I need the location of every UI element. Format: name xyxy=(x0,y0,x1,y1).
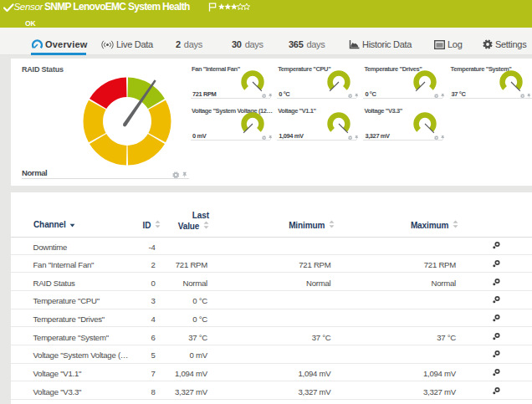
channel-id: 7 xyxy=(151,369,155,378)
channel-last-value: 0 °C xyxy=(192,296,207,305)
channel-minimum: 37 °C xyxy=(312,332,331,341)
mini-gauge xyxy=(411,110,439,138)
mini-gauge-card: Voltage "System Voltage (12…0 mV xyxy=(191,100,270,140)
channel-minimum: Normal xyxy=(306,278,330,287)
pin-icon[interactable] xyxy=(182,171,187,178)
tab-log[interactable]: Log xyxy=(434,31,462,58)
mini-gauge-card: Fan "Internal Fan"721 RPM xyxy=(191,59,270,98)
channel-id: 5 xyxy=(151,350,155,360)
mini-card-divider xyxy=(191,140,270,141)
col-header-id[interactable]: ID xyxy=(143,220,161,230)
object-kind-label: Sensor xyxy=(14,2,43,12)
mini-card-divider xyxy=(450,98,532,99)
mini-gauge-value: 1,094 mV xyxy=(279,132,303,140)
channel-maximum: Normal xyxy=(432,278,456,287)
channel-maximum: 721 RPM xyxy=(424,260,456,269)
tab-30-days-number: 30 xyxy=(232,39,242,49)
col-header-minimum[interactable]: Minimum xyxy=(289,220,335,230)
channel-name: Voltage "V3.3" xyxy=(33,386,82,396)
mini-card-divider xyxy=(363,140,442,141)
channel-row[interactable]: Voltage "V1.1"71,094 mV1,094 mV1,094 mV xyxy=(11,364,532,382)
channel-name: RAID Status xyxy=(33,278,75,287)
channel-row[interactable]: RAID Status0NormalNormalNormal xyxy=(11,273,532,291)
channel-settings-icon[interactable] xyxy=(491,238,501,253)
sort-icon[interactable] xyxy=(203,221,209,229)
raid-status-value: Normal xyxy=(22,168,47,177)
mini-gauge-value: 0 °C xyxy=(365,90,376,98)
col-header-maximum[interactable]: Maximum xyxy=(411,220,458,230)
channel-row[interactable]: Voltage "System Voltage (…50 mV xyxy=(11,345,532,364)
tab-live-data[interactable]: Live Data xyxy=(101,31,153,58)
channel-id: 0 xyxy=(151,278,155,287)
col-header-minimum-label: Minimum xyxy=(289,221,325,230)
channels-table-panel: Channel ID Last Value Minimum Maximum Do… xyxy=(11,192,532,404)
sort-icon[interactable] xyxy=(155,220,161,228)
channel-maximum: 3,327 mV xyxy=(423,386,456,396)
channel-minimum: 3,327 mV xyxy=(298,386,330,396)
col-header-value-line: Value xyxy=(178,221,209,232)
tab-30-days[interactable]: 30 days xyxy=(232,31,263,58)
priority-stars[interactable] xyxy=(218,3,250,11)
mini-gauge-card: Voltage "V3.3"3,327 mV xyxy=(363,100,442,140)
channel-row[interactable]: Downtime-4 xyxy=(11,237,532,255)
channel-settings-icon[interactable] xyxy=(491,256,501,271)
area-chart-icon xyxy=(349,39,360,49)
channel-name: Voltage "V1.1" xyxy=(33,369,82,378)
channel-settings-icon[interactable] xyxy=(491,383,501,398)
channel-maximum: 1,094 mV xyxy=(423,369,456,378)
mini-gauge xyxy=(325,68,353,96)
col-header-last-value[interactable]: Last Value xyxy=(178,211,209,231)
channel-row[interactable]: Temperature "Drives"40 °C xyxy=(11,309,532,328)
tab-historic-data[interactable]: Historic Data xyxy=(349,31,412,58)
channel-last-value: 37 °C xyxy=(188,332,207,341)
col-header-last-label: Last xyxy=(178,211,209,221)
tab-2-days-unit: days xyxy=(184,39,202,49)
mini-card-divider xyxy=(363,98,442,99)
channel-settings-icon[interactable] xyxy=(491,274,501,289)
broadcast-icon xyxy=(101,40,114,49)
channel-maximum: 37 °C xyxy=(437,332,456,341)
tab-2-days[interactable]: 2 days xyxy=(176,31,202,58)
tab-365-days[interactable]: 365 days xyxy=(289,31,325,58)
channel-settings-icon[interactable] xyxy=(491,292,501,307)
mini-card-divider xyxy=(191,98,270,99)
tab-bar: Overview Live Data 2 days 30 days xyxy=(0,28,532,55)
channel-settings-icon[interactable] xyxy=(491,329,501,344)
mini-gauge xyxy=(238,110,267,138)
channel-row[interactable]: Temperature "CPU"30 °C xyxy=(11,291,532,309)
channel-settings-icon[interactable] xyxy=(491,365,501,380)
channel-name: Temperature "Drives" xyxy=(33,315,105,324)
channel-last-value: 721 RPM xyxy=(176,260,207,269)
channel-name: Fan "Internal Fan" xyxy=(33,260,95,269)
channel-settings-icon[interactable] xyxy=(491,310,501,325)
tab-settings[interactable]: Settings xyxy=(483,31,526,58)
channel-last-value: 0 °C xyxy=(192,315,207,324)
tab-2-days-number: 2 xyxy=(176,39,181,49)
mini-gauge xyxy=(411,68,439,96)
gear-icon xyxy=(483,39,493,49)
sort-icon[interactable] xyxy=(453,220,458,228)
channel-name: Downtime xyxy=(33,242,68,251)
sort-icon[interactable] xyxy=(329,220,335,228)
channel-row[interactable]: Temperature "System"637 °C37 °C37 °C xyxy=(11,327,532,345)
gauges-panel: RAID Status Normal Fan "Internal Fan"721… xyxy=(11,59,532,186)
mini-gauge xyxy=(497,68,525,96)
mini-gauge-title: Temperature "CPU" xyxy=(278,65,330,73)
col-header-channel[interactable]: Channel xyxy=(33,220,75,229)
page-title: SNMP LenovoEMC System Health xyxy=(44,1,190,13)
prtg-sensor-page: Sensor SNMP LenovoEMC System Health OK O… xyxy=(0,0,532,404)
mini-gauge-title: Voltage "V1.1" xyxy=(278,107,316,115)
col-header-channel-label: Channel xyxy=(33,220,66,229)
channel-minimum: 1,094 mV xyxy=(298,369,330,378)
flag-icon[interactable] xyxy=(208,3,217,12)
channel-row[interactable]: Voltage "V3.3"83,327 mV3,327 mV3,327 mV xyxy=(11,381,532,400)
channel-last-value: 0 mV xyxy=(190,350,207,360)
channel-row[interactable]: Fan "Internal Fan"2721 RPM721 RPM721 RPM xyxy=(11,255,532,274)
mini-gauge xyxy=(238,68,267,96)
channel-id: 3 xyxy=(151,296,155,305)
col-header-id-label: ID xyxy=(143,221,151,230)
channel-name: Temperature "CPU" xyxy=(33,296,100,305)
mini-gauge-value: 3,327 mV xyxy=(365,132,389,140)
tab-live-data-label: Live Data xyxy=(116,39,153,49)
channel-settings-icon[interactable] xyxy=(491,346,501,361)
